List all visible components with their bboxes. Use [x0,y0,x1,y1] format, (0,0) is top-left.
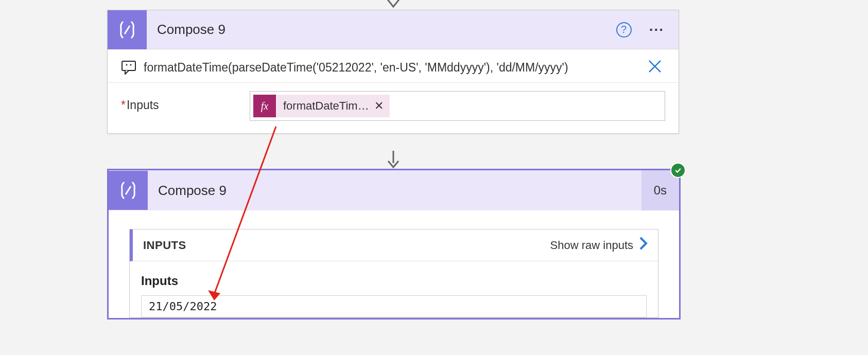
inputs-section-title: INPUTS [143,239,550,252]
action-title: Compose 9 [147,22,616,38]
comment-icon [121,60,136,75]
required-asterisk: * [121,98,126,112]
flow-connector-top [386,0,401,10]
svg-point-3 [130,64,132,66]
remove-comment-button[interactable] [645,59,665,76]
success-status-badge [670,163,686,178]
inputs-value[interactable]: 21/05/2022 [141,295,647,317]
svg-line-0 [125,26,130,34]
comment-text: formatDateTime(parseDateTime('05212022',… [136,61,645,75]
inputs-field[interactable]: fx formatDateTim… ✕ [250,91,665,121]
flow-connector-arrow [386,151,401,168]
fx-icon: fx [253,95,276,117]
card-header[interactable]: Compose 9 ? ··· [108,10,679,49]
show-raw-inputs-button[interactable] [639,237,648,254]
data-operations-icon [109,171,148,210]
help-glyph: ? [621,24,627,36]
help-icon[interactable]: ? [616,22,632,38]
run-action-title: Compose 9 [148,183,641,199]
more-menu-button[interactable]: ··· [649,22,664,38]
run-card-body: INPUTS Show raw inputs Inputs 21/05/2022 [109,210,679,318]
run-card-header[interactable]: Compose 9 0s [109,170,679,210]
compose-action-card-run: Compose 9 0s INPUTS Show raw inputs Inpu… [107,169,681,319]
show-raw-inputs-label: Show raw inputs [550,239,633,252]
remove-token-button[interactable]: ✕ [374,99,390,113]
inputs-section-body: Inputs 21/05/2022 [130,261,658,317]
inputs-section: INPUTS Show raw inputs Inputs 21/05/2022 [129,229,658,318]
inputs-parameter-row: *Inputs fx formatDateTim… ✕ [108,83,679,133]
svg-line-7 [126,186,131,194]
inputs-section-header: INPUTS Show raw inputs [130,229,658,261]
inputs-body-label: Inputs [141,274,647,288]
inputs-label-text: Inputs [127,98,159,112]
svg-point-2 [126,64,128,66]
comment-row: formatDateTime(parseDateTime('05212022',… [108,49,679,83]
expression-token-label: formatDateTim… [276,99,374,113]
compose-action-card-designer: Compose 9 ? ··· formatDateTime(parseDate… [107,10,679,134]
expression-token[interactable]: fx formatDateTim… ✕ [253,95,390,117]
data-operations-icon [108,10,147,49]
inputs-label: *Inputs [121,91,250,112]
svg-rect-1 [122,61,135,70]
